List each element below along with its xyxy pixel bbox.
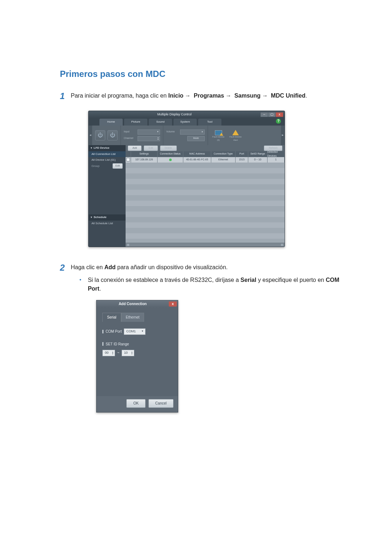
range-from-stepper[interactable]: 00 ▲▼ (102, 350, 115, 356)
tab-home[interactable]: Home (99, 119, 123, 125)
stepper-arrows-icon: ▲▼ (131, 351, 133, 355)
fault-alert-button[interactable]: Fault Device Alert (228, 128, 243, 143)
com-port-label: COM Port COM1 (102, 328, 172, 335)
volume-label: Volume (166, 130, 179, 134)
input-label: Input (124, 130, 136, 134)
step-number-2: 2 (60, 263, 71, 272)
tab-ethernet[interactable]: Ethernet (121, 313, 144, 322)
sidebar-item-alldev[interactable]: All Device List (01) (89, 157, 126, 163)
stepper-arrows-icon: ▲▼ (112, 351, 114, 355)
ribbon-prev-icon[interactable]: ◄ (89, 126, 92, 145)
power-on-icon[interactable]: ⏻ (95, 130, 105, 140)
add-connection-dialog: Add Connection x Serial Ethernet COM Por… (96, 300, 178, 413)
setid-range-label: SET ID Range (102, 341, 172, 347)
warning-icon (232, 130, 239, 135)
add-button[interactable]: Add (128, 145, 142, 151)
dialog-title: Add Connection (97, 301, 169, 307)
com-port-select[interactable]: COM1 (124, 328, 146, 335)
range-to-stepper[interactable]: 10 ▲▼ (122, 350, 134, 356)
ribbon-next-icon[interactable]: ► (281, 126, 285, 145)
group-edit-button[interactable]: Edit (113, 163, 123, 169)
tab-serial[interactable]: Serial (102, 313, 121, 322)
close-icon[interactable]: x (276, 112, 283, 117)
page-heading: Primeros pasos con MDC (60, 69, 341, 79)
group-label: Group (91, 164, 99, 168)
maximize-icon[interactable]: ▢ (268, 112, 275, 117)
mdc-screenshot: Multiple Display Control – ▢ x Home Pict… (88, 111, 285, 247)
tab-sound[interactable]: Sound (149, 119, 172, 125)
tab-system[interactable]: System (173, 119, 197, 125)
help-icon[interactable]: ? (276, 119, 281, 124)
window-title: Multiple Display Control (89, 112, 260, 117)
power-off-icon[interactable]: ⏻ (107, 130, 118, 140)
warning-icon (220, 133, 223, 136)
edit-button[interactable]: Edit (144, 145, 158, 151)
horizontal-scrollbar[interactable] (126, 243, 285, 247)
table-row[interactable]: 107.108.89.126 40-61-86-4E-FC-65 Etherne… (126, 157, 285, 163)
sidebar-item-allconn[interactable]: All Connection List (89, 151, 126, 157)
sidebar-item-schedule[interactable]: All Schedule List (89, 221, 126, 226)
ok-button[interactable]: OK (126, 399, 145, 408)
delete-button[interactable]: Delete (160, 145, 177, 151)
sidebar: LFD Device All Connection List All Devic… (89, 145, 126, 247)
channel-stepper[interactable]: ▴▾ (138, 136, 160, 141)
volume-slider[interactable]: ▸ (180, 130, 205, 135)
step-number-1: 1 (60, 91, 71, 101)
channel-label: Channel (124, 136, 136, 140)
step2-text: Haga clic en Add para añadir un disposit… (71, 264, 228, 270)
step2-bullet: Si la conexión se establece a través de … (88, 276, 341, 294)
mute-button[interactable]: Mute (187, 136, 205, 141)
table-header: Settings Connection Status MAC Address C… (126, 151, 285, 157)
row-checkbox[interactable] (126, 158, 130, 161)
minimize-icon[interactable]: – (261, 112, 268, 117)
step1-text: Para iniciar el programa, haga clic en I… (71, 93, 307, 99)
main-tabs: Home Picture Sound System Tool ? (89, 118, 285, 126)
fault-device-button[interactable]: Fault Device (0) (211, 128, 226, 143)
sidebar-header-schedule[interactable]: Schedule (89, 214, 126, 221)
dialog-close-icon[interactable]: x (169, 301, 177, 307)
status-dot-icon (169, 159, 172, 161)
sidebar-header-lfd[interactable]: LFD Device (89, 145, 126, 151)
input-select[interactable]: ▾ (138, 130, 160, 135)
cancel-button[interactable]: Cancel (148, 399, 173, 408)
tab-tool[interactable]: Tool (198, 119, 221, 125)
tab-picture[interactable]: Picture (124, 119, 147, 125)
